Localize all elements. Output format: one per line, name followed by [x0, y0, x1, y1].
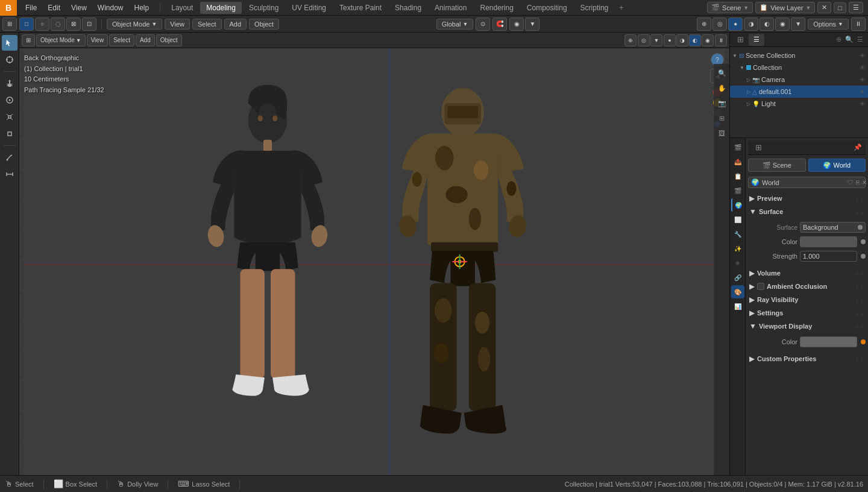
select-menu-btn[interactable]: Select	[192, 19, 222, 30]
measure-tool-btn[interactable]	[2, 166, 17, 182]
viewport-material-shading[interactable]: ◑	[676, 34, 688, 46]
prop-editor-type[interactable]: ⊞	[750, 142, 767, 154]
world-name-input[interactable]	[762, 179, 845, 186]
prop-tab-physics[interactable]: ⚛	[731, 256, 744, 270]
select-inverse-button[interactable]: ⊡	[82, 17, 96, 31]
scene-tab[interactable]: 🎬 Scene	[748, 159, 806, 172]
viewport-shading-rendered[interactable]: ◐	[760, 17, 774, 31]
viewport-add-btn[interactable]: Add	[136, 34, 155, 46]
ray-visibility-section-header[interactable]: Ray Visibility	[748, 293, 866, 306]
prop-tab-world[interactable]: 🌍	[731, 198, 744, 212]
ambient-occlusion-section-header[interactable]: Ambient Occlusion	[748, 280, 866, 293]
viewport-view-btn[interactable]: View	[87, 34, 108, 46]
prop-tab-object[interactable]: ⬜	[731, 213, 744, 226]
object-mode-selector[interactable]: Object Mode ▼	[107, 19, 162, 30]
view-menu[interactable]: View	[66, 2, 92, 13]
strength-value[interactable]: 1.000	[800, 251, 857, 262]
object-menu-btn[interactable]: Object	[249, 19, 279, 30]
camera-item[interactable]: ▷ 📷 Camera 👁	[730, 74, 868, 86]
prop-tab-output[interactable]: 📤	[731, 155, 744, 168]
scene-collection-item[interactable]: ▼ ⊟ Scene Collection 👁	[730, 49, 868, 62]
prop-tab-particles[interactable]: ✨	[731, 242, 744, 255]
viewport-shading-options[interactable]: ⏸	[715, 34, 727, 46]
tab-shading[interactable]: Shading	[389, 2, 427, 14]
viewport-rendered-shading[interactable]: ◐	[689, 34, 701, 46]
scene-dropdown-icon[interactable]: ▼	[743, 5, 749, 11]
color-picker[interactable]	[800, 236, 857, 247]
viewport-select-btn[interactable]: Select	[109, 34, 134, 46]
add-workspace-button[interactable]: +	[615, 2, 627, 13]
outliner-search-btn[interactable]: 🔍	[844, 34, 855, 45]
tab-modeling[interactable]: Modeling	[200, 2, 242, 14]
camera-eye[interactable]: 👁	[860, 77, 866, 83]
viewport-gizmo-toggle[interactable]: ⊕	[624, 34, 637, 46]
select-all-button[interactable]: ⊠	[66, 17, 81, 31]
viewport-mode-btn[interactable]: Object Mode ▼	[36, 34, 86, 46]
default001-item[interactable]: ▷ △ default.001 👁	[730, 86, 868, 98]
scale-tool-btn[interactable]	[2, 109, 17, 125]
viewport-content[interactable]: Back Orthographic (1) Collection | trial…	[19, 48, 729, 475]
viewport-editor-type-btn[interactable]: ⊞	[22, 34, 35, 46]
custom-properties-section-header[interactable]: Custom Properties	[748, 352, 866, 365]
prop-tab-constraints[interactable]: 🔗	[731, 271, 744, 284]
rotate-tool-btn[interactable]	[2, 92, 17, 108]
options-dropdown-btn[interactable]: Options ▼	[808, 19, 849, 30]
surface-section-header[interactable]: Surface	[748, 205, 866, 218]
blender-logo[interactable]: B	[0, 0, 17, 16]
edit-menu[interactable]: Edit	[43, 2, 65, 13]
transform-tool-btn[interactable]	[2, 126, 17, 142]
prop-tab-render[interactable]: 🎬	[731, 140, 744, 154]
prop-tab-material[interactable]: 🎨	[731, 285, 744, 298]
light-eye[interactable]: 👁	[860, 101, 866, 107]
tab-animation[interactable]: Animation	[429, 2, 473, 14]
view-layer-dropdown-icon[interactable]: ▼	[805, 5, 811, 11]
ambient-occlusion-checkbox[interactable]	[757, 283, 764, 290]
prop-tab-modifier[interactable]: 🔧	[731, 227, 744, 241]
vp-nav-hand[interactable]: ✋	[715, 81, 729, 95]
viewport[interactable]: ⊞ Object Mode ▼ View Select Add Object ⊕…	[19, 33, 729, 475]
default001-eye[interactable]: 👁	[860, 89, 866, 95]
cursor-tool-btn[interactable]	[2, 52, 17, 68]
prop-tab-data[interactable]: 📊	[731, 300, 744, 313]
pivot-point-button[interactable]: ⊙	[476, 17, 490, 31]
editor-type-button[interactable]: ⊞	[2, 17, 17, 31]
viewport-eevee-shading[interactable]: ◉	[702, 34, 714, 46]
tab-rendering[interactable]: Rendering	[474, 2, 519, 14]
light-item[interactable]: ▷ 💡 Light 👁	[730, 98, 868, 110]
prop-tab-view-layer[interactable]: 📋	[731, 169, 744, 183]
viewport-overlay-button[interactable]: ◎	[712, 17, 727, 31]
tab-compositing[interactable]: Compositing	[521, 2, 573, 14]
vp-nav-zoom-in[interactable]: 🔍	[715, 66, 729, 80]
gizmo-overlay-button[interactable]: ⊕	[697, 17, 711, 31]
tab-uv-editing[interactable]: UV Editing	[286, 2, 332, 14]
collection-eye[interactable]: 👁	[860, 65, 866, 71]
select-circle-button[interactable]: ○	[35, 17, 49, 31]
file-menu[interactable]: File	[20, 2, 42, 13]
help-menu[interactable]: Help	[130, 2, 154, 13]
viewport-shading-solid[interactable]: ●	[728, 17, 743, 31]
proportional-falloff-button[interactable]: ▼	[525, 17, 539, 31]
viewport-overlay-dropdown[interactable]: ▼	[650, 34, 662, 46]
vp-color-picker[interactable]	[800, 336, 857, 347]
tab-layout[interactable]: Layout	[165, 2, 199, 14]
viewport-shading-material[interactable]: ◑	[744, 17, 758, 31]
proportional-edit-button[interactable]: ◉	[509, 17, 524, 31]
viewport-display-section-header[interactable]: Viewport Display	[748, 320, 866, 333]
options-button[interactable]: ☰	[849, 2, 863, 13]
outliner-options-btn[interactable]: ☰	[855, 34, 866, 45]
scene-collection-eye[interactable]: 👁	[860, 52, 866, 59]
window-menu[interactable]: Window	[93, 2, 128, 13]
settings-section-header[interactable]: Settings	[748, 306, 866, 320]
tab-scripting[interactable]: Scripting	[574, 2, 615, 14]
maximize-button[interactable]: □	[834, 2, 846, 13]
viewport-solid-shading[interactable]: ●	[664, 34, 676, 46]
collection-item[interactable]: ▼ Collection 👁	[730, 62, 868, 74]
surface-type-select[interactable]: Background	[800, 222, 866, 233]
world-name-close[interactable]: ✕	[862, 179, 867, 186]
animation-pause-button[interactable]: ⏸	[851, 17, 866, 31]
outliner-tab-active[interactable]: ☰	[749, 34, 764, 46]
view-menu-btn[interactable]: View	[165, 19, 190, 30]
transform-orientation-selector[interactable]: Global ▼	[436, 19, 474, 30]
world-name-copy[interactable]: ⎘	[856, 179, 860, 186]
world-tab[interactable]: 🌍 World	[808, 159, 866, 172]
